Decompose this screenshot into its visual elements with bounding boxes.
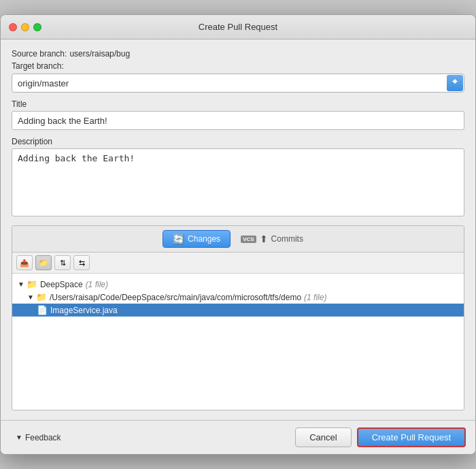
upload-button[interactable]: 📤	[16, 255, 33, 270]
vcs-badge: VCS	[241, 236, 256, 243]
description-field-row: Description Adding back the Earth!	[12, 137, 464, 219]
commits-icon: ⬆	[260, 233, 268, 244]
java-file-icon: 📄	[37, 305, 48, 315]
collapse-all-button[interactable]: ⇆	[73, 255, 90, 270]
changes-icon: 🔄	[173, 233, 184, 244]
tree-root-label: DeepSpace	[40, 280, 83, 289]
title-input[interactable]	[12, 111, 464, 130]
tab-changes-label: Changes	[188, 234, 220, 244]
feedback-button[interactable]: ▼ Feedback	[10, 430, 67, 445]
tabs-bar: 🔄 Changes VCS ⬆ Commits	[12, 226, 464, 253]
source-branch-value: users/raisap/bug	[69, 49, 130, 59]
create-pull-request-button[interactable]: Create Pull Request	[357, 427, 466, 447]
upload-icon: 📤	[20, 259, 29, 268]
changes-area: 🔄 Changes VCS ⬆ Commits 📤 📁 ⇅	[12, 225, 464, 410]
tree-subfolder-item[interactable]: ▼ 📁 /Users/raisap/Code/DeepSpace/src/mai…	[12, 291, 464, 304]
source-branch-row: Source branch: users/raisap/bug	[12, 49, 464, 59]
feedback-label: Feedback	[25, 433, 61, 442]
tree-file-item[interactable]: 📄 ImageService.java	[12, 304, 464, 317]
cancel-button[interactable]: Cancel	[295, 427, 351, 447]
minimize-button[interactable]	[21, 23, 29, 31]
target-branch-label: Target branch:	[12, 61, 464, 71]
main-window: Create Pull Request Source branch: users…	[0, 14, 476, 455]
target-branch-select[interactable]: origin/master origin/develop origin/main	[12, 74, 464, 93]
collapse-icon: ⇆	[79, 259, 85, 268]
tab-changes[interactable]: 🔄 Changes	[163, 230, 231, 248]
tree-subfolder-arrow-icon: ▼	[27, 293, 34, 301]
content-area: Source branch: users/raisap/bug Target b…	[1, 39, 475, 420]
tab-commits-label: Commits	[271, 234, 303, 244]
file-tree-toolbar: 📤 📁 ⇅ ⇆	[12, 253, 464, 274]
tree-root-count: (1 file)	[86, 280, 108, 289]
traffic-lights	[9, 23, 41, 31]
tab-commits[interactable]: VCS ⬆ Commits	[231, 230, 313, 248]
file-tree: ▼ 📁 DeepSpace (1 file) ▼ 📁 /Users/raisap…	[12, 274, 464, 410]
tree-root-item[interactable]: ▼ 📁 DeepSpace (1 file)	[12, 278, 464, 291]
tree-subfolder-count: (1 file)	[304, 293, 326, 302]
bottom-right-buttons: Cancel Create Pull Request	[295, 427, 466, 447]
description-input[interactable]: Adding back the Earth!	[12, 148, 464, 216]
expand-icon: ⇅	[60, 259, 66, 268]
tree-file-label: ImageService.java	[50, 306, 118, 315]
source-branch-label: Source branch:	[12, 49, 67, 59]
folder-icon: 📁	[39, 259, 48, 268]
title-field-row: Title	[12, 99, 464, 130]
tree-arrow-icon: ▼	[18, 280, 24, 288]
title-bar: Create Pull Request	[1, 15, 475, 39]
target-branch-field: Target branch: origin/master origin/deve…	[12, 61, 464, 93]
window-title: Create Pull Request	[199, 22, 277, 32]
maximize-button[interactable]	[33, 23, 41, 31]
description-label: Description	[12, 137, 464, 146]
tree-subfolder-label: /Users/raisap/Code/DeepSpace/src/main/ja…	[50, 293, 301, 302]
feedback-arrow-icon: ▼	[16, 434, 22, 441]
folder-icon: 📁	[27, 279, 37, 289]
target-branch-select-wrapper: origin/master origin/develop origin/main	[12, 74, 464, 93]
title-label: Title	[12, 99, 464, 109]
expand-all-button[interactable]: ⇅	[54, 255, 71, 270]
folder-view-button[interactable]: 📁	[35, 255, 52, 270]
bottom-bar: ▼ Feedback Cancel Create Pull Request	[1, 420, 475, 454]
subfolder-icon: 📁	[36, 292, 47, 302]
close-button[interactable]	[9, 23, 17, 31]
